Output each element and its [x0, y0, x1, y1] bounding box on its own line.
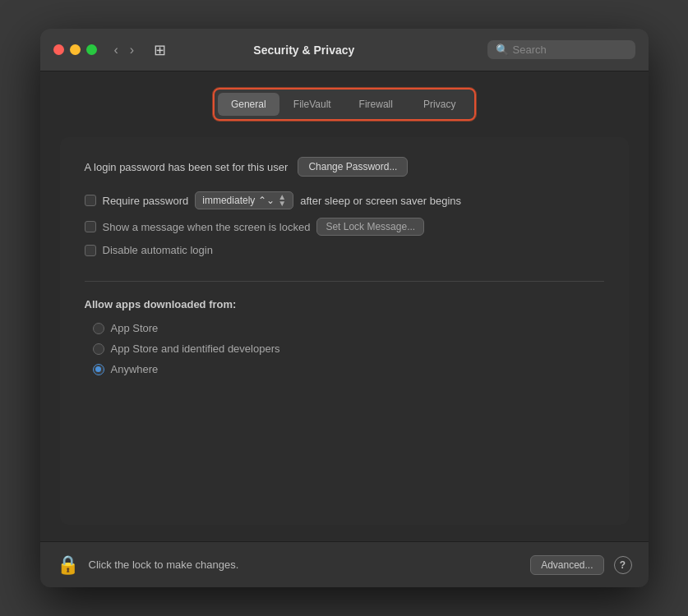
footer-text: Click the lock to make changes. — [89, 559, 521, 571]
footer: 🔒 Click the lock to make changes. Advanc… — [40, 541, 649, 587]
tab-bar-wrapper: General FileVault Firewall Privacy — [60, 88, 629, 121]
radio-group: App Store App Store and identified devel… — [85, 322, 604, 375]
help-button[interactable]: ? — [614, 556, 632, 574]
search-icon: 🔍 — [496, 44, 509, 56]
disable-autologin-label: Disable automatic login — [103, 244, 213, 256]
show-message-label: Show a message when the screen is locked — [103, 221, 311, 233]
lock-icon[interactable]: 🔒 — [57, 554, 79, 576]
show-message-row: Show a message when the screen is locked… — [85, 218, 604, 236]
tab-privacy[interactable]: Privacy — [409, 93, 471, 116]
disable-autologin-row: Disable automatic login — [85, 244, 604, 256]
divider — [85, 281, 604, 282]
radio-anywhere[interactable] — [93, 364, 104, 375]
radio-app-store-identified-row: App Store and identified developers — [93, 342, 604, 355]
titlebar: ‹ › ⊞ Security & Privacy 🔍 — [40, 29, 649, 71]
tab-filevault[interactable]: FileVault — [281, 93, 344, 116]
radio-app-store-row: App Store — [93, 322, 604, 334]
traffic-lights — [53, 44, 97, 55]
set-lock-message-button[interactable]: Set Lock Message... — [316, 218, 424, 236]
tab-general[interactable]: General — [218, 93, 280, 116]
search-input[interactable] — [513, 44, 620, 56]
radio-app-store[interactable] — [93, 323, 104, 334]
dropdown-chevron-icon: ⌃⌄ — [258, 195, 275, 206]
content-area: General FileVault Firewall Privacy A log… — [40, 71, 649, 541]
disable-autologin-checkbox[interactable] — [85, 245, 96, 256]
radio-anywhere-row: Anywhere — [93, 363, 604, 375]
require-password-checkbox[interactable] — [85, 195, 96, 206]
options-section: Require password immediately ⌃⌄ ▲▼ after… — [85, 191, 604, 256]
search-bar: 🔍 — [487, 40, 635, 59]
show-message-checkbox[interactable] — [85, 221, 96, 232]
settings-panel: A login password has been set for this u… — [60, 137, 629, 525]
change-password-button[interactable]: Change Password... — [298, 157, 408, 177]
immediately-value: immediately — [202, 195, 255, 206]
tab-bar: General FileVault Firewall Privacy — [213, 88, 476, 121]
allow-apps-section: Allow apps downloaded from: App Store Ap… — [85, 298, 604, 375]
password-row: A login password has been set for this u… — [85, 157, 604, 177]
radio-app-store-label: App Store — [111, 322, 159, 334]
maximize-button[interactable] — [86, 44, 97, 55]
back-button[interactable]: ‹ — [110, 42, 122, 58]
advanced-button[interactable]: Advanced... — [530, 555, 603, 575]
require-password-label-after: after sleep or screen saver begins — [300, 195, 461, 207]
tab-firewall[interactable]: Firewall — [345, 93, 408, 116]
require-password-label-before: Require password — [103, 195, 189, 207]
close-button[interactable] — [53, 44, 64, 55]
window-title: Security & Privacy — [131, 44, 477, 57]
immediately-dropdown[interactable]: immediately ⌃⌄ ▲▼ — [195, 191, 293, 209]
radio-app-store-identified[interactable] — [93, 343, 104, 355]
radio-anywhere-label: Anywhere — [111, 363, 159, 375]
allow-apps-title: Allow apps downloaded from: — [85, 298, 604, 310]
require-password-row: Require password immediately ⌃⌄ ▲▼ after… — [85, 191, 604, 209]
main-window: ‹ › ⊞ Security & Privacy 🔍 General FileV… — [40, 29, 649, 587]
radio-app-store-identified-label: App Store and identified developers — [111, 342, 280, 355]
minimize-button[interactable] — [70, 44, 81, 55]
password-label: A login password has been set for this u… — [85, 161, 289, 173]
